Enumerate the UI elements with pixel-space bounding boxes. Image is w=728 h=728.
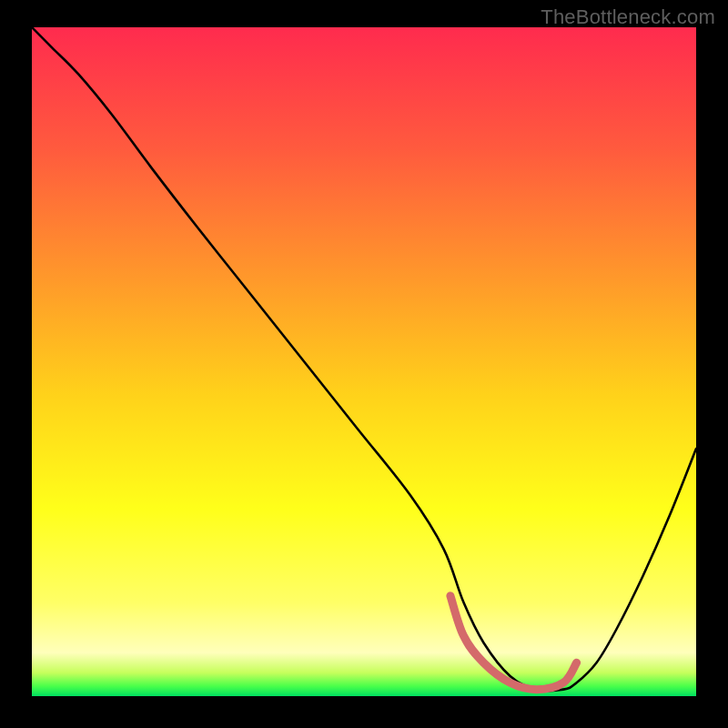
chart-frame xyxy=(32,27,696,696)
bottleneck-chart xyxy=(32,27,696,696)
chart-background-gradient xyxy=(32,27,696,696)
watermark-text: TheBottleneck.com xyxy=(541,5,715,29)
